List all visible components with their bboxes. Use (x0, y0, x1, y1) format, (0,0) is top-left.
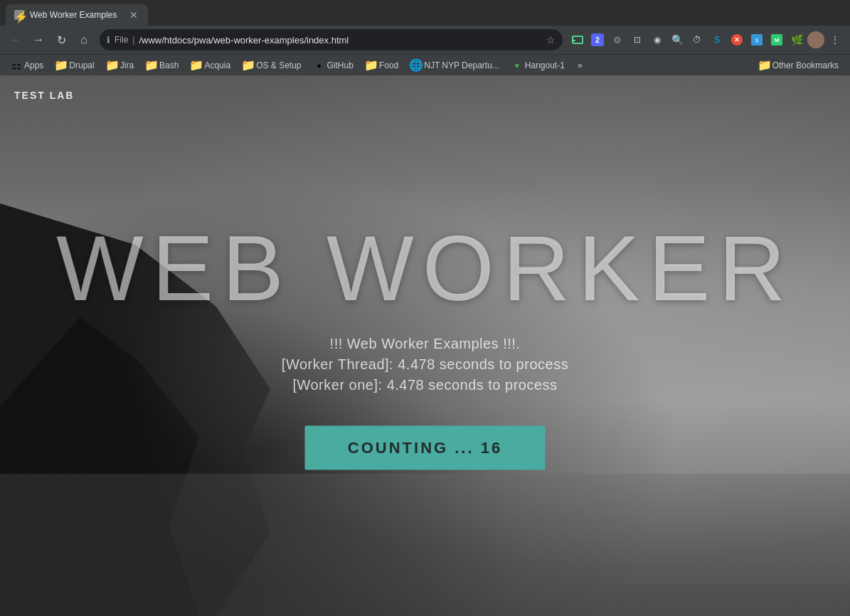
url-input[interactable] (139, 35, 542, 46)
bookmark-apps-label: Apps (24, 60, 43, 70)
tab-favicon: ⚡ (14, 10, 24, 20)
bookmark-acquia-label: Acquia (204, 60, 230, 70)
bookmark-os-label: OS & Setup (256, 60, 301, 70)
cast-icon[interactable] (568, 31, 587, 49)
folder-icon-jira: 📁 (107, 60, 117, 70)
bookmark-food-label: Food (379, 60, 398, 70)
github-icon: ● (314, 60, 324, 70)
address-separator: | (132, 35, 134, 45)
main-title: WEB WORKER (0, 222, 850, 314)
tab-close-button[interactable]: ✕ (128, 9, 139, 21)
bookmark-hangout-label: Hangout-1 (525, 60, 565, 70)
forward-button[interactable]: → (28, 30, 48, 50)
tab-title: Web Worker Examples (30, 10, 122, 20)
bookmark-njt-label: NJT NYP Departu... (424, 60, 499, 70)
bookmark-njt[interactable]: 🌐 NJT NYP Departu... (405, 57, 505, 74)
bookmark-other-label: Other Bookmarks (772, 60, 839, 70)
bookmark-apps[interactable]: ⚏ Apps (6, 57, 49, 74)
bookmark-hangout[interactable]: ♥ Hangout-1 (506, 57, 570, 74)
bookmark-github-label: GitHub (327, 60, 354, 70)
app-label: TEST LAB (14, 90, 74, 101)
bookmark-drupal-label: Drupal (69, 60, 94, 70)
folder-icon-food: 📁 (366, 60, 376, 70)
bookmark-bash-label: Bash (159, 60, 179, 70)
bookmark-acquia[interactable]: 📁 Acquia (186, 57, 236, 74)
protocol-label: File (115, 35, 128, 45)
bookmark-more-label: » (578, 60, 583, 70)
bookmark-jira-label: Jira (120, 60, 134, 70)
home-button[interactable]: ⌂ (74, 30, 94, 50)
bookmark-food[interactable]: 📁 Food (361, 57, 404, 74)
page-content: TEST LAB WEB WORKER !!! Web Worker Examp… (0, 75, 850, 616)
bookmark-bash[interactable]: 📁 Bash (141, 57, 184, 74)
globe-icon-njt: 🌐 (411, 60, 421, 70)
counting-button[interactable]: COUNTING ... 16 (305, 426, 545, 470)
bookmarks-bar: ⚏ Apps 📁 Drupal 📁 Jira 📁 Bash 📁 Acquia 📁… (0, 54, 850, 75)
browser-icon-1[interactable]: ⊙ (608, 31, 627, 49)
folder-icon-drupal: 📁 (56, 60, 66, 70)
subtitle-2: [Worker Thread]: 4.478 seconds to proces… (0, 356, 850, 373)
tab-bar: ⚡ Web Worker Examples ✕ (0, 0, 850, 26)
ext-icon-2[interactable]: M (767, 31, 786, 49)
center-content: WEB WORKER !!! Web Worker Examples !!!. … (0, 222, 850, 470)
nav-icons: 2 ⊙ ⊡ ◉ 🔍 ⏱ S ✕ 1 M 🌿 ⋮ (568, 31, 844, 49)
bookmark-icon-hangout: ♥ (512, 60, 522, 70)
nav-bar: ← → ↻ ⌂ ℹ File | ☆ 2 ⊙ ⊡ ◉ (0, 26, 850, 54)
ext-icon-3[interactable]: 🌿 (787, 31, 806, 49)
browser-icon-2[interactable]: ⊡ (628, 31, 647, 49)
subtitle-1: !!! Web Worker Examples !!!. (0, 336, 850, 352)
back-button[interactable]: ← (6, 30, 26, 50)
bookmark-drupal[interactable]: 📁 Drupal (51, 57, 100, 74)
search-icon[interactable]: 🔍 (668, 31, 686, 49)
protocol-indicator: ℹ (107, 35, 110, 45)
ext-icon-1[interactable]: 1 (748, 31, 766, 49)
bookmark-os-setup[interactable]: 📁 OS & Setup (238, 57, 307, 74)
menu-button[interactable]: ⋮ (826, 31, 844, 49)
browser-frame: ⚡ Web Worker Examples ✕ ← → ↻ ⌂ ℹ File |… (0, 0, 850, 616)
reload-button[interactable]: ↻ (51, 30, 71, 50)
folder-icon-other: 📁 (760, 60, 770, 70)
browser-icon-3[interactable]: ◉ (648, 31, 666, 49)
close-icon-red[interactable]: ✕ (728, 31, 746, 49)
folder-icon-os: 📁 (243, 60, 253, 70)
folder-icon-bash: 📁 (147, 60, 156, 70)
bookmark-github[interactable]: ● GitHub (309, 57, 359, 74)
apps-icon: ⚏ (11, 60, 21, 70)
bookmark-other[interactable]: 📁 Other Bookmarks (754, 57, 844, 74)
subtitle-3: [Worker one]: 4.478 seconds to process (0, 377, 850, 393)
bookmark-star-icon[interactable]: ☆ (546, 34, 556, 46)
bookmark-more[interactable]: » (572, 57, 588, 74)
folder-icon-acquia: 📁 (191, 60, 201, 70)
active-tab[interactable]: ⚡ Web Worker Examples ✕ (6, 4, 148, 26)
profile-avatar[interactable] (807, 31, 824, 48)
skype-icon[interactable]: S (708, 31, 726, 49)
extensions-icon[interactable]: 2 (588, 31, 607, 49)
history-icon[interactable]: ⏱ (688, 31, 706, 49)
address-bar[interactable]: ℹ File | ☆ (100, 29, 563, 51)
bookmark-jira[interactable]: 📁 Jira (102, 57, 139, 74)
